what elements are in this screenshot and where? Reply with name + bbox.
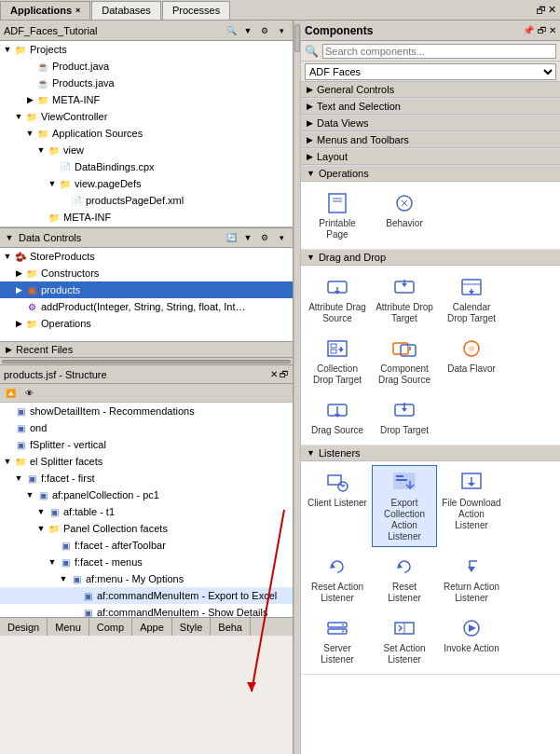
components-close-icon[interactable]: ✕	[549, 25, 556, 35]
tab-databases[interactable]: Databases	[91, 1, 161, 20]
tab-applications-close[interactable]: ×	[75, 6, 80, 15]
tree-item-addproduct[interactable]: ⚙ addProduct(Integer, String, String, fl…	[0, 298, 293, 315]
toggle-af-menu[interactable]: ▼	[58, 573, 69, 584]
tree-item-databindings[interactable]: 📄 DataBindings.cpx	[0, 158, 293, 175]
toggle-view[interactable]: ▼	[35, 144, 47, 156]
section-text-selection-header[interactable]: ▶ Text and Selection	[301, 99, 560, 115]
struct-f-facet-aftertoolbar[interactable]: ▣ f:facet - afterToolbar	[0, 537, 293, 554]
structure-restore-icon[interactable]: 🗗	[280, 369, 289, 379]
toggle-data-controls[interactable]: ▼	[4, 232, 15, 243]
tree-item-pagedefs[interactable]: ▼ 📁 view.pageDefs	[0, 175, 293, 192]
tree-item-app-sources[interactable]: ▼ 📁 Application Sources	[0, 125, 293, 142]
toggle-appsrc[interactable]: ▼	[24, 128, 35, 139]
struct-btn1[interactable]: 🔼	[2, 386, 19, 401]
tree-item-view[interactable]: ▼ 📁 view	[0, 142, 293, 158]
tree-item-product-java[interactable]: ☕ Product.java	[0, 58, 293, 75]
struct-f-facet-first[interactable]: ▼ ▣ f:facet - first	[0, 470, 293, 487]
struct-show-detail[interactable]: ▣ showDetailItem - Recommendations	[0, 403, 293, 419]
dc-refresh-icon[interactable]: 🔄	[224, 230, 239, 245]
comp-behavior[interactable]: Behavior	[372, 185, 437, 245]
section-drag-and-drop-header[interactable]: ▼ Drag and Drop	[301, 250, 560, 266]
toggle-pagedefs[interactable]: ▼	[47, 178, 58, 189]
tab-appe[interactable]: Appe	[132, 618, 172, 636]
search-icon[interactable]: 🔍	[224, 23, 239, 38]
struct-ond[interactable]: ▣ ond	[0, 419, 293, 436]
struct-el-splitter[interactable]: ▼ 📁 el Splitter facets	[0, 453, 293, 470]
category-select[interactable]: ADF Faces JSF HTML	[305, 63, 556, 80]
struct-panel-collection[interactable]: ▼ ▣ af:panelCollection - pc1	[0, 487, 293, 503]
toggle-f-facet-menus[interactable]: ▼	[47, 556, 58, 568]
comp-file-download-action-listener[interactable]: File Download Action Listener	[439, 465, 504, 547]
struct-f-facet-menus[interactable]: ▼ ▣ f:facet - menus	[0, 554, 293, 570]
components-search-input[interactable]	[322, 44, 556, 59]
tab-processes[interactable]: Processes	[162, 1, 230, 20]
struct-cmd-show[interactable]: ▣ af:commandMenuItem - Show Details	[0, 604, 293, 617]
tab-beha[interactable]: Beha	[211, 618, 251, 636]
tree-item-products[interactable]: ▶ ▣ products	[0, 281, 293, 298]
tree-item-meta-inf-1[interactable]: ▶ 📁 META-INF	[0, 91, 293, 108]
tab-applications[interactable]: Applications ×	[0, 1, 90, 20]
struct-af-table[interactable]: ▼ ▣ af:table - t1	[0, 503, 293, 520]
comp-client-listener[interactable]: Client Listener	[305, 465, 370, 547]
settings-icon[interactable]: ⚙	[257, 23, 272, 38]
toggle-af-table[interactable]: ▼	[35, 506, 47, 517]
toggle-panel-coll[interactable]: ▼	[24, 489, 35, 500]
comp-attribute-drag-source[interactable]: Attribute Drag Source	[305, 269, 370, 329]
section-data-views-header[interactable]: ▶ Data Views	[301, 116, 560, 131]
toggle-constructors[interactable]: ▶	[13, 267, 24, 279]
struct-cmd-export[interactable]: ▣ af:commandMenuItem - Export to Excel	[0, 587, 293, 604]
section-operations-header[interactable]: ▼ Operations	[301, 166, 560, 182]
toggle-el-splitter[interactable]: ▼	[2, 456, 13, 467]
tree-item-viewcontroller[interactable]: ▼ 📁 ViewController	[0, 108, 293, 125]
comp-attribute-drop-target[interactable]: Attribute Drop Target	[372, 269, 437, 329]
toggle-vc[interactable]: ▼	[13, 111, 24, 122]
toggle-storeproducts[interactable]: ▼	[2, 251, 13, 262]
toggle-meta1[interactable]: ▶	[24, 94, 35, 105]
comp-export-collection-action-listener[interactable]: Export Collection Action Listener	[372, 465, 437, 547]
struct-panel-coll-facets[interactable]: ▼ 📁 Panel Collection facets	[0, 520, 293, 537]
comp-collection-drop-target[interactable]: Collection Drop Target	[305, 331, 370, 391]
section-layout-header[interactable]: ▶ Layout	[301, 149, 560, 165]
struct-btn2[interactable]: 👁	[20, 386, 37, 401]
comp-reset-action-listener[interactable]: Reset Action Listener	[305, 549, 370, 609]
tree-item-storeproducts[interactable]: ▼ 🫘 StoreProducts	[0, 248, 293, 265]
section-menus-toolbars-header[interactable]: ▶ Menus and Toolbars	[301, 132, 560, 148]
toggle-panel-coll-facets[interactable]: ▼	[35, 523, 47, 534]
comp-return-action-listener[interactable]: Return Action Listener	[439, 549, 504, 609]
toggle-products[interactable]: ▶	[13, 284, 24, 295]
comp-server-listener[interactable]: Server Listener	[305, 610, 370, 670]
comp-invoke-action[interactable]: Invoke Action	[439, 610, 504, 670]
restore-icon[interactable]: 🗗	[536, 5, 546, 16]
tree-item-meta-inf-2[interactable]: 📁 META-INF	[0, 209, 293, 226]
dc-filter-icon[interactable]: ▼	[240, 230, 255, 245]
comp-component-drag-source[interactable]: Component Drag Source	[372, 331, 437, 391]
comp-drag-source[interactable]: Drag Source	[305, 392, 370, 441]
tree-item-products-java[interactable]: ☕ Products.java	[0, 75, 293, 91]
dc-more-icon[interactable]: ▾	[274, 230, 289, 245]
components-restore-icon[interactable]: 🗗	[538, 25, 547, 35]
components-pin-icon[interactable]: 📌	[523, 25, 534, 35]
toggle-operations[interactable]: ▶	[13, 318, 24, 329]
structure-close-icon[interactable]: ✕	[270, 369, 278, 379]
comp-data-flavor[interactable]: Data Flavor	[439, 331, 504, 391]
comp-set-action-listener[interactable]: Set Action Listener	[372, 610, 437, 670]
section-general-controls-header[interactable]: ▶ General Controls	[301, 82, 560, 98]
comp-drop-target[interactable]: Drop Target	[372, 392, 437, 441]
tab-design[interactable]: Design	[0, 618, 48, 636]
comp-printable-page[interactable]: Printable Page	[305, 185, 370, 245]
struct-splitter[interactable]: ▣ fSplitter - vertical	[0, 436, 293, 453]
dc-settings-icon[interactable]: ⚙	[257, 230, 272, 245]
tree-item-operations[interactable]: ▶ 📁 Operations	[0, 315, 293, 332]
tab-menu[interactable]: Menu	[48, 618, 89, 636]
toggle-f-facet-first[interactable]: ▼	[13, 473, 24, 484]
dropdown-icon[interactable]: ▾	[274, 23, 289, 38]
comp-calendar-drop-target[interactable]: Calendar Drop Target	[439, 269, 504, 329]
tree-item-constructors[interactable]: ▶ 📁 Constructors	[0, 265, 293, 281]
tab-style[interactable]: Style	[172, 618, 211, 636]
tab-comp[interactable]: Comp	[89, 618, 132, 636]
recent-files-header[interactable]: ▶ Recent Files	[0, 341, 293, 358]
section-listeners-header[interactable]: ▼ Listeners	[301, 446, 560, 461]
filter-icon[interactable]: ▼	[240, 23, 255, 38]
tree-item-projects[interactable]: ▼ 📁 Projects	[0, 41, 293, 58]
comp-reset-listener[interactable]: Reset Listener	[372, 549, 437, 609]
